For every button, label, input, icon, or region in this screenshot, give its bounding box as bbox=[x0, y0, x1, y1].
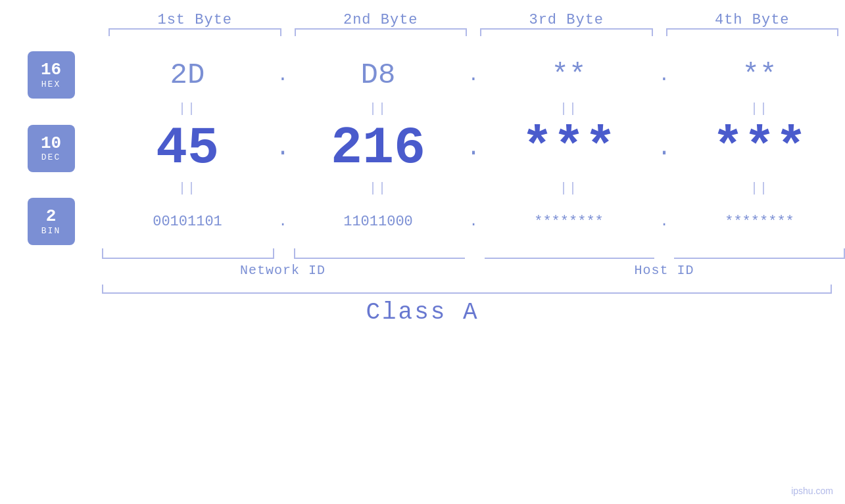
bracket-3 bbox=[480, 28, 653, 36]
bin-badge: 2 BIN bbox=[28, 198, 75, 245]
bin-bytes: 00101101 . 11011000 . ******** . *******… bbox=[102, 214, 845, 230]
hex-badge-number: 16 bbox=[41, 60, 61, 80]
bottom-brackets bbox=[0, 248, 845, 259]
bin-badge-number: 2 bbox=[46, 207, 57, 226]
eq2-2: || bbox=[293, 181, 464, 196]
watermark: ipshu.com bbox=[791, 486, 833, 496]
main-container: 1st Byte 2nd Byte 3rd Byte 4th Byte 16 H… bbox=[0, 0, 845, 504]
host-bracket-mid bbox=[485, 248, 654, 259]
dec-badge-number: 10 bbox=[41, 134, 61, 153]
hex-b2: D8 bbox=[293, 58, 464, 91]
bracket-spacer-3 bbox=[654, 248, 674, 259]
id-gap bbox=[464, 263, 483, 278]
net-bracket bbox=[102, 248, 274, 259]
dec-row: 10 DEC 45 . 216 . *** . *** bbox=[0, 118, 845, 178]
dec-sep-3: . bbox=[654, 135, 674, 162]
top-brackets bbox=[0, 28, 845, 41]
eq2-4: || bbox=[674, 181, 845, 196]
hex-sep-3: . bbox=[654, 65, 674, 85]
dec-b2: 216 bbox=[293, 118, 464, 178]
network-id-label: Network ID bbox=[102, 263, 464, 278]
byte-headers: 1st Byte 2nd Byte 3rd Byte 4th Byte bbox=[0, 0, 845, 28]
hex-badge: 16 HEX bbox=[28, 51, 75, 99]
dec-bytes: 45 . 216 . *** . *** bbox=[102, 118, 845, 178]
eq-1: || bbox=[102, 101, 273, 116]
bin-b3: ******** bbox=[483, 214, 654, 230]
bin-b4: ******** bbox=[674, 214, 845, 230]
hex-row: 16 HEX 2D . D8 . ** . ** bbox=[0, 51, 845, 99]
hex-sep-2: . bbox=[464, 65, 483, 85]
hex-badge-label: HEX bbox=[41, 80, 60, 89]
bracket-spacer-2 bbox=[465, 248, 485, 259]
bin-badge-label: BIN bbox=[41, 226, 60, 236]
host-bracket-end bbox=[674, 248, 845, 259]
host-id-label: Host ID bbox=[483, 263, 845, 278]
class-row: Class A bbox=[0, 299, 845, 326]
eq2-3: || bbox=[483, 181, 654, 196]
byte-4-header: 4th Byte bbox=[660, 12, 846, 28]
bin-sep-2: . bbox=[464, 214, 483, 230]
eq-4: || bbox=[674, 101, 845, 116]
equals-row-1: || || || || bbox=[0, 99, 845, 118]
dec-badge: 10 DEC bbox=[28, 125, 75, 172]
dec-b4: *** bbox=[674, 118, 845, 178]
host-bracket-start bbox=[294, 248, 465, 259]
bracket-4 bbox=[666, 28, 839, 36]
bin-row: 2 BIN 00101101 . 11011000 . ******** . *… bbox=[0, 198, 845, 245]
eq2-1: || bbox=[102, 181, 273, 196]
bin-b2: 11011000 bbox=[293, 214, 464, 230]
dec-sep-1: . bbox=[273, 135, 293, 162]
bracket-spacer bbox=[274, 248, 294, 259]
large-bracket bbox=[102, 285, 832, 294]
byte-3-header: 3rd Byte bbox=[473, 12, 660, 28]
large-bracket-row bbox=[0, 285, 845, 294]
dec-b3: *** bbox=[483, 118, 654, 178]
dec-sep-2: . bbox=[464, 135, 483, 162]
hex-b1: 2D bbox=[102, 58, 273, 91]
dec-badge-label: DEC bbox=[41, 152, 60, 162]
bin-sep-3: . bbox=[654, 214, 674, 230]
hex-b4: ** bbox=[674, 58, 845, 91]
equals-row-2: || || || || bbox=[0, 178, 845, 198]
bin-b1: 00101101 bbox=[102, 214, 273, 230]
bracket-2 bbox=[295, 28, 468, 36]
bracket-1 bbox=[109, 28, 281, 36]
dec-b1: 45 bbox=[102, 118, 273, 178]
dec-badge-col: 10 DEC bbox=[0, 125, 102, 172]
bin-sep-1: . bbox=[273, 214, 293, 230]
id-labels-row: Network ID Host ID bbox=[0, 263, 845, 278]
byte-1-header: 1st Byte bbox=[102, 12, 288, 28]
eq-2: || bbox=[293, 101, 464, 116]
hex-b3: ** bbox=[483, 58, 654, 91]
bin-badge-col: 2 BIN bbox=[0, 198, 102, 245]
hex-bytes: 2D . D8 . ** . ** bbox=[102, 58, 845, 91]
hex-sep-1: . bbox=[273, 65, 293, 85]
byte-2-header: 2nd Byte bbox=[288, 12, 474, 28]
hex-badge-col: 16 HEX bbox=[0, 51, 102, 99]
eq-3: || bbox=[483, 101, 654, 116]
class-label: Class A bbox=[366, 299, 479, 326]
